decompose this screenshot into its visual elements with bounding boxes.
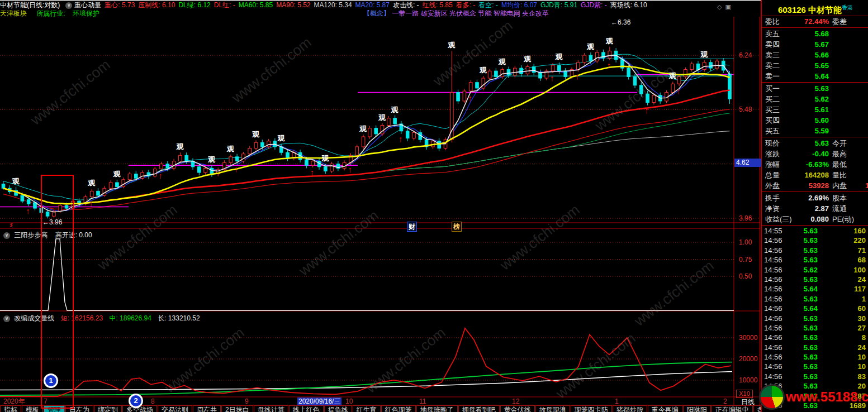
time-axis-label[interactable]: 8	[151, 397, 155, 405]
svg-text:↑: ↑	[26, 206, 30, 215]
axis-label: 30000	[739, 334, 757, 342]
vol-short-value: 162156.23	[71, 314, 103, 322]
site-watermark: www.55188.com	[759, 384, 868, 410]
vol-mid-value: 189626.94	[120, 314, 151, 322]
svg-text:观: 观	[176, 142, 184, 151]
weibi-value: 72.44%	[790, 16, 829, 27]
quote-row[interactable]: 涨跌-0.40最高	[762, 148, 868, 159]
menu-item[interactable]: 阳咻阳	[683, 405, 711, 412]
menu-item[interactable]: 现笼四卡防	[571, 405, 612, 412]
site-logo-icon	[759, 384, 785, 410]
menu-item[interactable]: 黄金伏线	[500, 405, 535, 412]
menu-item[interactable]: 母线计算	[254, 405, 288, 412]
time-axis-label[interactable]: 10	[345, 397, 353, 405]
quote-row[interactable]: 净资2.87流通	[762, 203, 868, 214]
quote-row[interactable]: 买四5.60	[762, 115, 868, 126]
time-axis-label[interactable]: 2020年	[3, 397, 25, 405]
svg-text:观: 观	[112, 170, 121, 178]
annotation-circle-1: 1	[44, 373, 58, 388]
tick-row: 14:565.6324	[762, 343, 868, 352]
axis-label: 10000	[739, 376, 757, 384]
svg-text:观: 观	[226, 145, 235, 153]
volume-multiplier: X10	[736, 390, 753, 398]
period-selector[interactable]: 日线	[741, 397, 755, 407]
time-axis-label[interactable]: 11	[419, 397, 426, 405]
menu-item[interactable]: 指标	[0, 405, 21, 412]
quote-row[interactable]: 买五5.59	[762, 126, 868, 136]
quote-row[interactable]: 买二5.62	[762, 94, 868, 104]
time-axis-label[interactable]: 9	[245, 397, 249, 405]
quote-panel: 603126 中材节能香港 委比 72.44% 委差 卖五5.68卖四5.67卖…	[761, 0, 868, 412]
chevron-down-icon[interactable]: ∨	[3, 315, 10, 322]
quote-row[interactable]: 卖一5.64	[762, 71, 868, 82]
middle-panel-field-value: 0.00	[79, 231, 92, 239]
weicha-label: 委差	[832, 16, 847, 27]
chevron-down-icon[interactable]: ∨	[3, 232, 10, 239]
svg-text:↑: ↑	[676, 86, 681, 95]
quote-row[interactable]: 买一5.63	[762, 83, 868, 94]
svg-text:观: 观	[605, 37, 614, 45]
svg-text:↑: ↑	[399, 134, 403, 143]
axis-label: 1.00	[739, 238, 752, 246]
svg-text:↑: ↑	[159, 171, 163, 180]
quote-row[interactable]: 涨幅-6.63%最低	[762, 159, 868, 170]
menu-item[interactable]: 地母班晚了	[416, 405, 458, 412]
quote-row[interactable]: 总量164208量比	[762, 170, 868, 180]
menu-item[interactable]: 重今再编	[648, 405, 682, 412]
date-cursor-label[interactable]: 2020/09/16/三	[297, 397, 341, 405]
chart-canvas[interactable]: 观观观观观观观观观观观观观观观观观观观观观↑↑↑↑↑↑↑↑↑↑↑↑↑	[0, 0, 760, 412]
axis-label: 3.96	[739, 214, 752, 222]
axis-label: 5.48	[739, 106, 752, 113]
tick-row: 14:565.6460	[762, 304, 868, 313]
svg-text:↑: ↑	[607, 60, 611, 70]
menu-item[interactable]: 提龟线	[324, 405, 352, 412]
menu-item[interactable]: 线上红色	[289, 405, 324, 412]
menu-item[interactable]: 猪都炒股	[613, 405, 647, 412]
svg-text:观: 观	[479, 66, 487, 74]
svg-text:观: 观	[554, 52, 563, 61]
svg-text:观: 观	[378, 113, 386, 122]
site-watermark-text: www.55188.com	[786, 389, 868, 405]
menu-item[interactable]: 拥母看到吧	[458, 405, 500, 412]
tick-row: 14:565.62100	[762, 265, 868, 275]
tick-row: 14:565.6330	[762, 314, 868, 323]
tick-row: 14:565.6383	[762, 372, 868, 381]
menu-item[interactable]: 绑定到	[94, 405, 122, 412]
tick-row: 14:565.6324	[762, 275, 868, 284]
menu-item[interactable]: 2日抹白	[221, 405, 253, 412]
quote-row[interactable]: 卖四5.67	[762, 39, 868, 50]
tick-row: 14:565.6327	[762, 323, 868, 333]
menu-item[interactable]: 故母现浪	[535, 405, 570, 412]
tick-row: 14:555.63160	[762, 226, 868, 236]
menu-item[interactable]: 周左共	[193, 405, 221, 412]
quote-row[interactable]: 外盘53928内盘1	[762, 180, 868, 191]
menu-item[interactable]: 模板	[22, 405, 43, 412]
time-axis-label[interactable]: 12	[512, 397, 519, 405]
svg-text:↑: ↑	[310, 167, 315, 177]
quote-info-2: 换手2.69%股本净资2.87流通收益(三)0.080PE(动)	[762, 193, 868, 224]
tick-list[interactable]: 14:555.6316014:565.6322014:565.637114:56…	[762, 226, 868, 410]
menu-item[interactable]: 红色现笼	[381, 405, 416, 412]
selection-box	[41, 175, 74, 409]
quote-row[interactable]: 卖三5.66	[762, 50, 868, 60]
time-axis-label[interactable]: 2	[723, 397, 727, 405]
menu-item[interactable]: 交易法则	[158, 405, 192, 412]
time-axis-label[interactable]: 1	[615, 397, 619, 405]
bang-marker: 榜	[452, 222, 462, 232]
quote-row[interactable]: 换手2.69%股本	[762, 193, 868, 203]
svg-text:↑: ↑	[348, 165, 353, 174]
svg-text:↑: ↑	[550, 73, 554, 83]
quote-row[interactable]: 买三5.61	[762, 104, 868, 115]
menu-item[interactable]: 红生育	[353, 405, 381, 412]
quote-row[interactable]: 卖二5.65	[762, 60, 868, 71]
tick-row: 14:565.6310	[762, 362, 868, 371]
quote-row[interactable]: 卖五5.68	[762, 28, 868, 39]
svg-text:观: 观	[207, 155, 216, 164]
svg-text:观: 观	[523, 55, 532, 63]
annotation-circle-2: 2	[129, 394, 143, 408]
quote-row[interactable]: 现价5.63今开	[762, 138, 868, 148]
time-axis[interactable]: 2020年7892020/09/16/三10111212	[0, 397, 760, 405]
svg-text:观: 观	[498, 58, 506, 66]
high-price-label: ←6.36	[611, 19, 630, 26]
quote-row[interactable]: 收益(三)0.080PE(动)	[762, 214, 868, 224]
